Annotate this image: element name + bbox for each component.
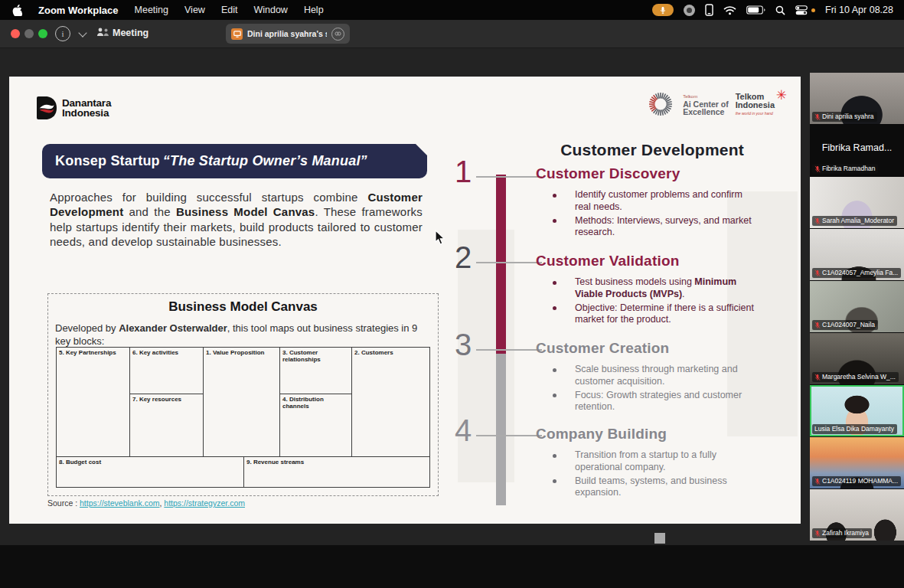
close-button[interactable]: [11, 29, 20, 38]
timeline-tick: [476, 262, 542, 263]
participant-label: Fibrika Ramadhan: [812, 164, 878, 174]
cd-section-title: Company Building: [536, 426, 761, 443]
bmc-cell-channels: 4. Distribution channels: [279, 394, 352, 457]
mic-indicator-icon[interactable]: [652, 4, 674, 16]
window-titlebar[interactable]: i Meeting Dini aprilia syahra's screen: [0, 20, 904, 48]
participant-center-name: Fibrika Ramad...: [810, 142, 904, 153]
muted-mic-icon: [814, 270, 821, 277]
cd-bullet: Objective: Determine if there is a suffi…: [536, 302, 761, 327]
cd-section-1: Customer Discovery Identify customer pro…: [536, 165, 761, 240]
menu-item-view[interactable]: View: [184, 5, 205, 15]
battery-icon[interactable]: [746, 5, 765, 15]
participant-tile[interactable]: Lusia Elsa Dika Damayanty: [810, 385, 904, 436]
meeting-people-icon: [96, 27, 109, 38]
cd-section-3: Customer Creation Scale business through…: [536, 340, 761, 415]
customer-development-heading: Customer Development: [537, 141, 767, 159]
participant-tile[interactable]: Fibrika Ramad... Fibrika Ramadhan: [810, 125, 904, 176]
cd-bullet: Test business models using Minimum Viabl…: [536, 276, 761, 301]
partner-logos: Telkom Ai Center of Excellence ✳ Telkom …: [645, 89, 776, 119]
timeline-tick: [476, 349, 542, 351]
slide-title-quoted: “The Startup Owner’s Manual”: [163, 153, 367, 169]
notification-dot: [811, 8, 815, 12]
bmc-cell-budget: 8. Budget cost: [56, 456, 244, 488]
participant-name: C1A024119 MOHAMMA...: [822, 477, 898, 485]
participant-tile[interactable]: C1A024007_Naila: [810, 281, 904, 332]
page-gap: [654, 533, 665, 544]
iphone-mirroring-icon[interactable]: [705, 4, 713, 16]
timeline-bar-maroon: [496, 175, 506, 354]
participant-label: C1A024119 MOHAMMA...: [812, 476, 901, 486]
chevron-down-icon[interactable]: [78, 28, 86, 37]
minimize-button[interactable]: [24, 29, 34, 38]
menu-bar-right: Fri 10 Apr 08.28: [652, 4, 904, 16]
source-link-2: https://strategyzer.com: [164, 498, 245, 508]
tab-link-icon[interactable]: [331, 28, 344, 41]
timeline-number: 3: [450, 329, 476, 360]
participant-tile[interactable]: C1A024119 MOHAMMA...: [810, 437, 904, 488]
slide-title-banner: Konsep Startup “The Startup Owner’s Manu…: [42, 144, 427, 178]
participant-name: Zafirah Ikramiya: [822, 529, 869, 537]
danantara-logo: Danantara Indonesia: [37, 96, 111, 119]
fullscreen-button[interactable]: [38, 29, 47, 38]
ai-center-line2: Excellence: [683, 108, 729, 116]
source-link-1: https://steveblank.com: [80, 498, 159, 508]
participant-tile[interactable]: Margaretha Selvina W_...: [810, 333, 904, 384]
zoom-window: i Meeting Dini aprilia syahra's screen: [0, 20, 904, 545]
participant-name: C1A024007_Naila: [822, 321, 875, 329]
cd-section-title: Customer Validation: [536, 253, 761, 270]
apple-logo-icon[interactable]: [12, 5, 22, 16]
slide-title: Konsep Startup: [55, 153, 160, 169]
cd-bullet: Methods: Interviews, surveys, and market…: [536, 215, 761, 240]
bmc-box: Business Model Canvas Developed by Alexa…: [47, 293, 439, 496]
menu-app-name[interactable]: Zoom Workplace: [38, 5, 119, 16]
telkom-tagline: the world in your hand: [736, 111, 775, 116]
participant-tile[interactable]: Dini aprilia syahra: [810, 73, 904, 124]
source-line: Source : https://steveblank.com, https:/…: [47, 498, 245, 508]
info-icon[interactable]: i: [55, 26, 70, 41]
menu-item-window[interactable]: Window: [253, 5, 287, 15]
cd-section-title: Customer Discovery: [536, 165, 761, 182]
participants-sidebar[interactable]: Dini aprilia syahra Fibrika Ramad... Fib…: [810, 73, 904, 541]
participant-label: Dini aprilia syahra: [812, 112, 877, 122]
timeline-number: 4: [450, 415, 476, 446]
intro-paragraph: Approaches for building successful start…: [50, 190, 423, 250]
meeting-label: Meeting: [113, 28, 148, 38]
control-center-icon[interactable]: [795, 5, 808, 15]
participant-name: Margaretha Selvina W_...: [822, 373, 896, 381]
spotlight-search-icon[interactable]: [775, 5, 785, 15]
logo-line2: Indonesia: [62, 108, 111, 118]
menu-item-help[interactable]: Help: [304, 5, 324, 15]
telkom-indonesia-logo: ✳ Telkom Indonesia the world in your han…: [736, 93, 776, 116]
participant-name: Lusia Elsa Dika Damayanty: [814, 425, 894, 433]
mouse-cursor: [435, 230, 446, 246]
bmc-heading: Business Model Canvas: [48, 299, 438, 315]
bmc-description: Developed by Alexander Osterwalder, this…: [55, 322, 432, 348]
participant-label: Lusia Elsa Dika Damayanty: [812, 424, 897, 434]
cd-section-title: Customer Creation: [536, 340, 761, 357]
bmc-cell-customers: 2. Customers: [351, 347, 430, 457]
participant-tile[interactable]: Sarah Amalia_Moderator: [810, 177, 904, 228]
bmc-cell-value: 1. Value Proposition: [203, 347, 280, 457]
participant-tile[interactable]: Zafirah Ikramiya: [810, 489, 904, 541]
wifi-icon[interactable]: [723, 5, 736, 15]
shared-screen-icon: [231, 28, 243, 40]
muted-mic-icon: [814, 530, 821, 537]
screen-share-tab[interactable]: Dini aprilia syahra's screen: [226, 24, 350, 44]
participant-tile[interactable]: C1A024057_Ameylia Fa...: [810, 229, 904, 280]
menu-item-edit[interactable]: Edit: [221, 5, 238, 15]
bmc-cell-revenue: 9. Revenue streams: [243, 456, 430, 488]
timeline-bar-gray: [496, 354, 506, 505]
cd-bullet: Transition from a startup to a fully ope…: [536, 449, 761, 474]
telkom-star-icon: ✳: [776, 87, 787, 103]
bmc-cell-partnerships: 5. Key Partnerships: [56, 347, 130, 457]
macos-menu-bar: Zoom Workplace MeetingViewEditWindowHelp: [0, 0, 904, 20]
timeline-number: 2: [450, 242, 476, 273]
cd-bullet: Scale business through marketing and cus…: [536, 364, 761, 388]
status-circle-icon[interactable]: [684, 5, 695, 16]
participant-name: Dini aprilia syahra: [822, 113, 874, 121]
menu-bar-clock[interactable]: Fri 10 Apr 08.28: [825, 5, 893, 15]
muted-mic-icon: [814, 374, 821, 381]
bmc-cell-resources: 7. Key resources: [129, 394, 204, 457]
timeline-tick: [476, 176, 542, 178]
menu-item-meeting[interactable]: Meeting: [135, 5, 168, 15]
